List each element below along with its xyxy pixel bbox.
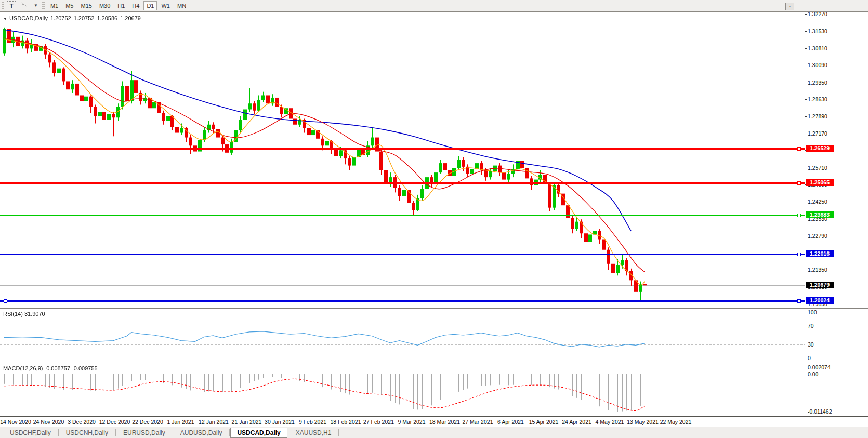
date-tick-label: 13 May 2021 — [627, 419, 659, 425]
price-tick-label: 1.29350 — [808, 79, 865, 86]
chart-tab-AUDUSD[interactable]: AUDUSD,Daily — [174, 428, 229, 438]
main-chart-canvas[interactable] — [0, 12, 805, 308]
toolbar-grip[interactable] — [42, 2, 45, 9]
tab-separator — [115, 429, 116, 436]
rsi-axis-label: 30 — [808, 341, 865, 348]
price-tick-mark — [805, 14, 807, 15]
price-line-badge: 1.26529 — [806, 145, 834, 152]
ohlc-low: 1.20586 — [97, 15, 117, 21]
date-tick-label: 18 Mar 2021 — [429, 419, 460, 425]
price-line-badge: 1.25065 — [806, 179, 834, 186]
price-tick-mark — [805, 99, 807, 100]
rsi-pane-canvas[interactable] — [0, 309, 805, 363]
date-tick-label: 6 Apr 2021 — [497, 419, 524, 425]
date-tick-label: 21 Jan 2021 — [232, 419, 262, 425]
rsi-axis-label: 70 — [808, 323, 865, 329]
date-tick-label: 12 Jan 2021 — [199, 419, 229, 425]
timeframe-button-M15[interactable]: M15 — [77, 1, 95, 10]
price-tick-mark — [805, 116, 807, 117]
price-tick-label: 1.30810 — [808, 45, 865, 51]
price-tick-label: 1.22790 — [808, 233, 865, 239]
date-tick-label: 9 Mar 2021 — [398, 419, 425, 425]
pane-splitter-rsi — [0, 309, 868, 309]
timeframe-button-D1[interactable]: D1 — [143, 1, 157, 10]
chart-tab-USDCAD[interactable]: USDCAD,Daily — [230, 428, 287, 438]
text-label-tool-button[interactable]: T — [7, 1, 16, 10]
price-tick-mark — [805, 168, 807, 168]
date-tick-label: 15 Apr 2021 — [529, 419, 559, 425]
price-tick-mark — [805, 202, 807, 202]
macd-indicator-label: MACD(12,26,9) -0.008757 -0.009755 — [3, 365, 98, 371]
price-tick-label: 1.25710 — [808, 165, 865, 171]
date-tick-label: 14 Nov 2020 — [0, 419, 31, 425]
price-tick-label: 1.28630 — [808, 96, 865, 102]
chart-tab-bar: USDCHF,DailyUSDCNH,DailyEURUSD,DailyAUDU… — [0, 427, 868, 438]
date-tick-label: 18 Feb 2021 — [331, 419, 361, 425]
rsi-axis-label: 100 — [808, 309, 865, 315]
mt4-window: T ▼ M1M5M15M30H1H4D1W1MN ▪ ▼USDCAD,Daily… — [0, 0, 868, 438]
symbol-caret-icon[interactable]: ▼ — [3, 17, 7, 21]
ohlc-high: 1.20752 — [74, 15, 95, 21]
date-tick-label: 1 Jan 2021 — [167, 419, 194, 425]
price-tick-label: 1.21350 — [808, 267, 865, 273]
price-line-badge: 1.23683 — [806, 211, 834, 218]
timeframe-button-group: M1M5M15M30H1H4D1W1MN — [47, 1, 189, 10]
chart-tab-EURUSD[interactable]: EURUSD,Daily — [116, 428, 172, 438]
timeframe-button-W1[interactable]: W1 — [158, 1, 173, 10]
price-tick-label: 1.32270 — [808, 11, 865, 17]
timeframe-button-M5[interactable]: M5 — [62, 1, 76, 10]
chart-symbol-label: USDCAD,Daily — [9, 15, 48, 21]
arrows-tool-button[interactable] — [17, 1, 31, 10]
ohlc-close: 1.20679 — [120, 15, 141, 21]
price-tick-label: 1.27170 — [808, 130, 865, 137]
tab-separator — [173, 429, 173, 436]
chart-tab-USDCNH[interactable]: USDCNH,Daily — [59, 428, 115, 438]
date-tick-label: 27 Feb 2021 — [363, 419, 394, 425]
toolbar-grip[interactable] — [2, 2, 4, 9]
price-tick-mark — [805, 65, 807, 65]
chart-header: ▼USDCAD,Daily1.207521.207521.205861.2067… — [3, 15, 141, 21]
macd-pane-canvas[interactable] — [0, 364, 805, 416]
macd-axis-label: 0.00 — [808, 371, 865, 377]
tab-separator — [338, 429, 339, 436]
price-tick-mark — [805, 134, 807, 134]
timeframe-button-H1[interactable]: H1 — [114, 1, 128, 10]
price-line-badge: 1.22016 — [806, 250, 834, 257]
date-tick-label: 24 Nov 2020 — [33, 419, 64, 425]
price-tick-label: 1.24250 — [808, 198, 865, 205]
date-tick-label: 30 Jan 2021 — [265, 419, 295, 425]
date-tick-label: 12 Dec 2020 — [99, 419, 130, 425]
price-tick-mark — [805, 219, 807, 219]
price-line-badge: 1.20024 — [806, 297, 834, 304]
date-tick-label: 22 Dec 2020 — [132, 419, 163, 425]
timeframe-button-H4[interactable]: H4 — [129, 1, 142, 10]
price-tick-label: 1.27890 — [808, 113, 865, 120]
timeframe-button-M1[interactable]: M1 — [47, 1, 61, 10]
current-price-badge: 1.20679 — [806, 282, 834, 288]
toolbar-overflow-button[interactable]: ▪ — [785, 3, 794, 10]
tab-separator — [229, 429, 230, 436]
chart-tab-XAUUSD[interactable]: XAUUSD,H1 — [289, 428, 338, 438]
rsi-axis-label: 0 — [808, 355, 865, 361]
price-tick-mark — [805, 304, 807, 304]
timeframe-button-M30[interactable]: M30 — [96, 1, 113, 10]
date-tick-label: 27 Mar 2021 — [463, 419, 493, 425]
price-tick-mark — [805, 236, 807, 236]
chart-tab-USDCHF[interactable]: USDCHF,Daily — [3, 428, 58, 438]
date-tick-label: 3 Dec 2020 — [68, 419, 96, 425]
ohlc-open: 1.20752 — [50, 15, 71, 21]
price-tick-mark — [805, 31, 807, 32]
price-tick-mark — [805, 270, 807, 270]
pane-splitter-macd — [0, 363, 868, 364]
macd-axis-label: -0.011462 — [808, 408, 865, 415]
timeframe-button-MN[interactable]: MN — [174, 1, 189, 10]
date-tick-label: 22 May 2021 — [660, 419, 692, 425]
macd-axis-label: 0.002074 — [808, 364, 865, 370]
date-tick-label: 4 May 2021 — [596, 419, 624, 425]
price-tick-mark — [805, 48, 807, 49]
price-tick-mark — [805, 83, 807, 83]
date-tick-label: 9 Feb 2021 — [299, 419, 326, 425]
toolbar-separator — [192, 2, 192, 10]
arrows-dropdown-caret-icon[interactable]: ▼ — [32, 1, 40, 10]
price-tick-label: 1.31530 — [808, 28, 865, 34]
